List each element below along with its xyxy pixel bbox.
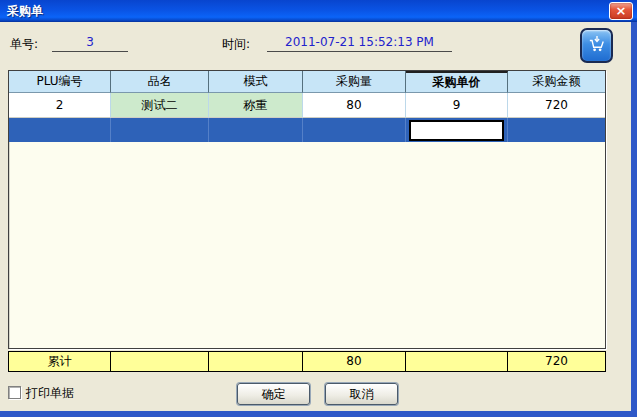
new-cell-mode[interactable] (209, 118, 303, 142)
table-row[interactable]: 2 测试二 称重 80 9 720 (9, 93, 605, 118)
column-header-name[interactable]: 品名 (111, 71, 209, 93)
totals-mode-cell (209, 352, 303, 371)
ok-button[interactable]: 确定 (237, 383, 310, 405)
unit-price-edit-input[interactable] (409, 120, 504, 141)
totals-name-cell (111, 352, 209, 371)
cell-qty[interactable]: 80 (303, 93, 406, 118)
column-header-qty[interactable]: 采购量 (303, 71, 406, 93)
column-header-mode[interactable]: 模式 (209, 71, 303, 93)
cell-plu[interactable]: 2 (9, 93, 111, 118)
totals-label: 累计 (9, 352, 111, 371)
cell-unit-price[interactable]: 9 (406, 93, 508, 118)
totals-row: 累计 80 720 (8, 351, 606, 372)
totals-amount: 720 (508, 352, 605, 371)
shopping-cart-icon (586, 33, 608, 59)
cell-amount[interactable]: 720 (508, 93, 605, 118)
totals-unit-price-cell (406, 352, 508, 371)
purchase-order-dialog: 采购单 × 单号: 3 时间: 2011-07-21 15:52:13 PM P… (0, 0, 637, 417)
selected-new-row[interactable] (9, 118, 605, 142)
window-title: 采购单 (7, 3, 43, 20)
purchase-items-grid: PLU编号 品名 模式 采购量 采购单价 采购金额 2 测试二 称重 80 9 … (8, 70, 606, 349)
title-bar: 采购单 × (0, 0, 637, 22)
new-cell-name[interactable] (111, 118, 209, 142)
column-header-unit-price[interactable]: 采购单价 (406, 71, 508, 93)
close-icon[interactable]: × (609, 2, 633, 20)
cancel-button[interactable]: 取消 (325, 383, 398, 405)
new-cell-amount[interactable] (508, 118, 605, 142)
column-header-plu[interactable]: PLU编号 (9, 71, 111, 93)
new-cell-plu[interactable] (9, 118, 111, 142)
new-cell-qty[interactable] (303, 118, 406, 142)
print-receipt-label: 打印单据 (26, 385, 74, 402)
column-header-amount[interactable]: 采购金额 (508, 71, 605, 93)
grid-header-row: PLU编号 品名 模式 采购量 采购单价 采购金额 (9, 71, 605, 93)
cell-mode[interactable]: 称重 (209, 93, 303, 118)
order-number-value: 3 (52, 35, 128, 52)
dialog-body: 单号: 3 时间: 2011-07-21 15:52:13 PM PLU编号 品… (0, 22, 631, 411)
new-cell-unit-price (406, 118, 508, 142)
time-value: 2011-07-21 15:52:13 PM (267, 35, 452, 52)
add-item-cart-button[interactable] (580, 28, 613, 63)
totals-qty: 80 (303, 352, 406, 371)
order-number-label: 单号: (10, 36, 38, 53)
time-label: 时间: (222, 36, 250, 53)
print-receipt-checkbox[interactable] (8, 386, 21, 399)
cell-name[interactable]: 测试二 (111, 93, 209, 118)
